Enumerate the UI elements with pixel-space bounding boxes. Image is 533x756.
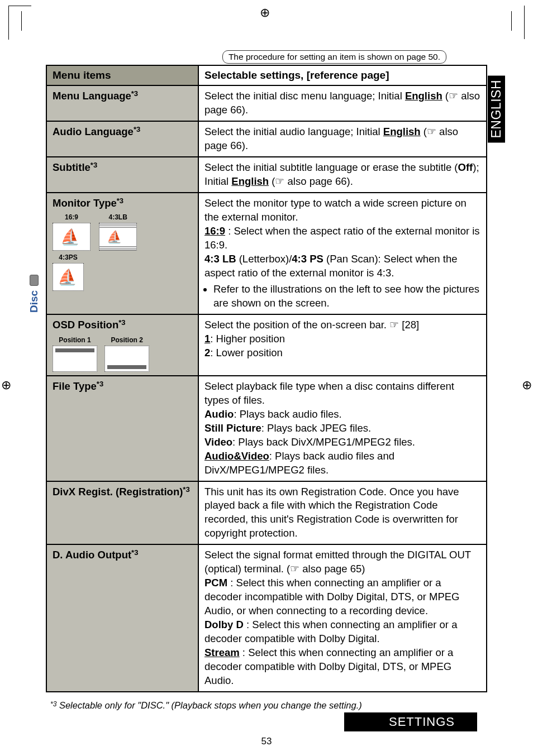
disc-icon — [30, 275, 39, 286]
bold-text: 4:3 LB — [204, 253, 236, 265]
osd-position-desc: Select the position of the on-screen bar… — [198, 314, 487, 376]
d-audio-desc: Select the signal format emitted through… — [198, 544, 487, 692]
bold-text: Dolby D — [204, 619, 244, 630]
illustration-label: 16:9 — [65, 213, 78, 221]
footnote-marker: *3 — [131, 548, 138, 557]
row-title: Subtitle — [53, 161, 91, 173]
table-row: Menu Language*3 Select the initial disc … — [46, 85, 487, 121]
side-label-text: Disc — [28, 290, 40, 313]
row-title: Menu Language — [53, 90, 131, 102]
table-row: Audio Language*3 Select the initial audi… — [46, 121, 487, 157]
keyword: Audio&Video — [204, 450, 269, 462]
text: : Plays back JPEG files. — [261, 422, 371, 434]
bar-icon — [107, 365, 146, 369]
bullet-list: Refer to the illustrations on the left t… — [204, 283, 480, 310]
footnote-marker: *3 — [118, 318, 125, 327]
d-audio-label: D. Audio Output*3 — [46, 544, 198, 692]
footnote-text: Selectable only for "DISC." (Playback st… — [59, 700, 362, 710]
table-row: OSD Position*3 Position 1 Position 2 Sel… — [46, 314, 487, 376]
footnote-marker: *3 — [91, 161, 97, 169]
audio-language-desc: Select the initial audio language; Initi… — [198, 121, 487, 157]
row-title: Audio Language — [53, 126, 134, 137]
text: Select the initial disc menu language; I… — [204, 90, 405, 102]
screen-icon: ⛵ — [53, 263, 84, 291]
file-type-desc: Select playback file type when a disc co… — [198, 376, 487, 481]
page-number: 53 — [28, 736, 505, 747]
illustration-label: 4:3LB — [108, 213, 127, 221]
bold-text: 2 — [204, 347, 210, 358]
text: Select the initial audio language; Initi… — [204, 126, 383, 137]
audio-language-label: Audio Language*3 — [46, 121, 198, 157]
text: Select playback file type when a disc co… — [204, 380, 454, 406]
page: ⊕ ⊕ ⊕ The procedure for setting an item … — [0, 0, 533, 756]
crop-mark — [502, 6, 525, 39]
screen-icon: ⛵ — [99, 223, 137, 251]
disc-side-label: Disc — [28, 275, 40, 313]
list-item: Refer to the illustrations on the left t… — [213, 283, 480, 310]
text: : Select when the aspect ratio of the ex… — [204, 225, 480, 251]
table-row: Subtitle*3 Select the initial subtitle l… — [46, 157, 487, 193]
table-row: Monitor Type*3 16:9 ⛵ 4:3LB ⛵ 4:3PS ⛵ — [46, 193, 487, 314]
osd-position-label: OSD Position*3 Position 1 Position 2 — [46, 314, 198, 376]
table-header-row: Menu items Selectable settings, [referen… — [46, 65, 487, 85]
screen-icon — [104, 346, 149, 372]
footnote-marker: *3 — [117, 197, 123, 205]
subtitle-desc: Select the initial subtitle language or … — [198, 157, 487, 193]
footnote: *3 Selectable only for "DISC." (Playback… — [50, 700, 505, 711]
text: Select the position of the on-screen bar… — [204, 319, 419, 331]
row-title: File Type — [53, 380, 97, 392]
text: Select the signal format emitted through… — [204, 549, 471, 575]
table-row: D. Audio Output*3 Select the signal form… — [46, 544, 487, 692]
keyword: 16:9 — [204, 225, 225, 237]
header-menu-items: Menu items — [46, 65, 198, 85]
text: : Select this when connecting an amplifi… — [204, 647, 453, 686]
registration-mark-icon: ⊕ — [522, 378, 532, 393]
divx-desc: This unit has its own Registration Code.… — [198, 481, 487, 545]
row-title: Monitor Type — [53, 197, 117, 209]
footnote-marker: *3 — [183, 485, 189, 494]
boat-icon: ⛵ — [58, 267, 77, 288]
footnote-marker: *3 — [97, 380, 103, 388]
crop-mark — [511, 11, 512, 31]
registration-mark-icon: ⊕ — [1, 378, 11, 393]
menu-language-desc: Select the initial disc menu language; I… — [198, 85, 487, 121]
position-1-illustration: Position 1 — [53, 336, 97, 372]
text: Select the initial subtitle language or … — [204, 161, 458, 173]
monitor-type-label: Monitor Type*3 16:9 ⛵ 4:3LB ⛵ 4:3PS ⛵ — [46, 193, 198, 314]
row-title: OSD Position — [53, 319, 118, 331]
row-title: D. Audio Output — [53, 549, 131, 561]
keyword: Stream — [204, 647, 240, 658]
text: : Plays back DivX/MPEG1/MPEG2 files. — [232, 436, 415, 448]
procedure-note: The procedure for setting an item is sho… — [222, 50, 446, 64]
settings-table: Menu items Selectable settings, [referen… — [46, 65, 487, 692]
bold-text: 4:3 PS — [292, 253, 323, 265]
keyword: English — [405, 90, 442, 102]
keyword: English — [231, 175, 269, 187]
boat-icon: ⛵ — [60, 227, 80, 248]
bar-icon — [55, 348, 94, 352]
boat-icon: ⛵ — [107, 229, 122, 246]
menu-language-label: Menu Language*3 — [46, 85, 198, 121]
table-row: DivX Regist. (Registration)*3 This unit … — [46, 481, 487, 545]
bold-text: Off — [458, 161, 473, 173]
crop-mark — [21, 11, 22, 31]
text: (Letterbox)/ — [236, 253, 292, 265]
header-selectable: Selectable settings, [reference page] — [198, 65, 487, 85]
row-title: DivX Regist. (Registration) — [53, 486, 183, 497]
crop-mark — [8, 6, 31, 40]
text: (☞ also page 66). — [269, 175, 353, 187]
position-2-illustration: Position 2 — [104, 336, 149, 372]
text: : Lower position — [210, 347, 283, 358]
footnote-marker: *3 — [134, 125, 140, 133]
monitor-4-3ps-illustration: 4:3PS ⛵ — [53, 253, 84, 291]
bold-text: PCM — [204, 577, 227, 588]
illustration-label: 4:3PS — [59, 253, 77, 261]
keyword: 1 — [204, 333, 210, 344]
monitor-4-3lb-illustration: 4:3LB ⛵ — [99, 213, 137, 251]
illustration-label: Position 2 — [111, 336, 142, 344]
bold-text: Video — [204, 436, 232, 448]
bold-text: Still Picture — [204, 422, 261, 434]
footnote-marker: *3 — [131, 89, 138, 98]
keyword: English — [383, 126, 421, 137]
language-tab: ENGLISH — [488, 75, 505, 142]
